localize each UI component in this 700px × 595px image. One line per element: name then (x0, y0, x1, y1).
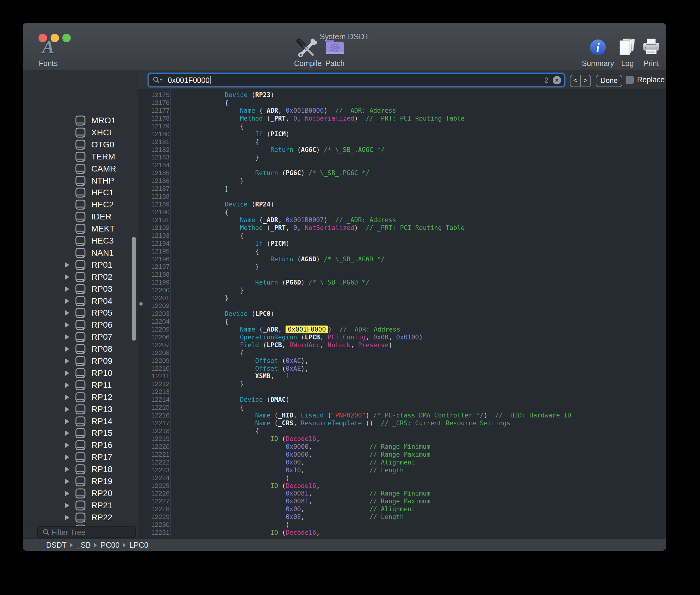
find-next-button[interactable]: > (581, 75, 590, 86)
disclosure-triangle-icon[interactable] (65, 455, 69, 460)
sidebar-item-IDER[interactable]: IDER (23, 211, 138, 223)
code-line[interactable]: 0x0000, // Range Minimum (194, 443, 430, 451)
sidebar-item-RP21[interactable]: RP21 (23, 500, 138, 511)
disclosure-triangle-icon[interactable] (65, 466, 69, 472)
sidebar-item-RP10[interactable]: RP10 (23, 367, 138, 379)
sidebar-item-RP03[interactable]: RP03 (23, 283, 138, 295)
sidebar-item-TERM[interactable]: TERM (23, 151, 138, 163)
sidebar-item-HEC1[interactable]: HEC1 (23, 187, 138, 199)
clear-search-button[interactable]: × (553, 76, 561, 84)
code-line[interactable]: Offset (0xAE), (194, 365, 308, 373)
disclosure-triangle-icon[interactable] (65, 334, 69, 340)
code-line[interactable]: Name (_ADR, 0x001B0007) // _ADR: Address (194, 216, 396, 224)
code-line[interactable]: 0x0000, // Range Maximum (194, 451, 430, 458)
disclosure-triangle-icon[interactable] (65, 419, 69, 424)
sidebar-item-MRO1[interactable]: MRO1 (23, 115, 138, 126)
code-line[interactable]: } (194, 294, 229, 302)
code-line[interactable]: { (194, 232, 244, 239)
code-line[interactable]: Device (RP23) (194, 91, 274, 99)
sidebar-item-NAN1[interactable]: NAN1 (23, 247, 138, 259)
sidebar-item-RP09[interactable]: RP09 (23, 355, 138, 367)
code-line[interactable]: } (194, 263, 259, 271)
sidebar-item-RP08[interactable]: RP08 (23, 343, 138, 355)
code-line[interactable]: { (194, 318, 229, 325)
disclosure-triangle-icon[interactable] (65, 370, 69, 376)
code-line[interactable]: Device (LPC0) (194, 310, 274, 318)
sidebar-item-XHCI[interactable]: XHCI (23, 126, 138, 139)
sidebar-item-RP12[interactable]: RP12 (23, 391, 138, 403)
code-line[interactable]: If (PICM) (194, 239, 290, 248)
code-line[interactable]: 0x03, // Length (194, 513, 404, 521)
code-line[interactable]: { (194, 427, 259, 435)
code-line[interactable]: Return (PG6C) /* \_SB_.PG6C */ (194, 169, 370, 177)
sidebar-item-RP16[interactable]: RP16 (23, 439, 138, 451)
sidebar-item-RP18[interactable]: RP18 (23, 463, 138, 475)
code-line[interactable]: Return (AG6D) /* \_SB_.AG6D */ (194, 255, 385, 263)
disclosure-triangle-icon[interactable] (65, 382, 69, 388)
code-line[interactable]: Return (AG6C) /* \_SB_.AG6C */ (194, 146, 385, 154)
code-line[interactable]: { (194, 138, 259, 146)
sidebar-item-RP22[interactable]: RP22 (23, 511, 138, 523)
sidebar-item-RP19[interactable]: RP19 (23, 475, 138, 487)
disclosure-triangle-icon[interactable] (65, 310, 69, 316)
breadcrumb-item-_SB[interactable]: _SB (77, 541, 91, 549)
code-line[interactable]: 0x0081, // Range Maximum (194, 497, 430, 505)
code-line[interactable]: Field (LPCB, DWordAcc, NoLock, Preserve) (194, 341, 393, 349)
code-line[interactable]: ) (194, 474, 290, 482)
disclosure-triangle-icon[interactable] (65, 406, 69, 412)
sidebar-item-MEKT[interactable]: MEKT (23, 223, 138, 235)
sidebar-item-RP07[interactable]: RP07 (23, 331, 138, 343)
sidebar-item-OTG0[interactable]: OTG0 (23, 139, 138, 151)
code-line[interactable]: { (194, 208, 229, 216)
disclosure-triangle-icon[interactable] (65, 443, 69, 448)
done-button[interactable]: Done (596, 75, 622, 87)
code-line[interactable]: { (194, 248, 259, 255)
sidebar-item-HEC3[interactable]: HEC3 (23, 235, 138, 247)
code-line[interactable]: If (PICM) (194, 130, 290, 138)
sidebar-item-RP13[interactable]: RP13 (23, 403, 138, 415)
code-line[interactable]: { (194, 99, 229, 107)
code-line[interactable]: Name (_HID, EisaId ("PNP0200") /* PC-cla… (194, 412, 571, 419)
disclosure-triangle-icon[interactable] (65, 430, 69, 436)
code-line[interactable]: Offset (0xAC), (194, 357, 308, 365)
fonts-button[interactable]: A Fonts (24, 23, 72, 70)
code-line[interactable]: } (194, 185, 229, 193)
code-line[interactable]: XSMB, 1 (194, 372, 290, 380)
disclosure-triangle-icon[interactable] (65, 395, 69, 400)
disclosure-triangle-icon[interactable] (65, 274, 69, 280)
code-line[interactable]: { (194, 404, 244, 412)
print-button[interactable]: Print (633, 23, 666, 70)
sidebar-item-RP01[interactable]: RP01 (23, 259, 138, 271)
disclosure-triangle-icon[interactable] (65, 515, 69, 520)
disclosure-triangle-icon[interactable] (65, 286, 69, 292)
code-line[interactable]: { (194, 349, 244, 357)
code-line[interactable]: 0x10, // Length (194, 466, 404, 474)
code-line[interactable]: Name (_ADR, 0x001F0000) // _ADR: Address (194, 325, 400, 333)
sidebar-scrollbar[interactable] (132, 237, 136, 341)
code-line[interactable]: OperationRegion (LPCB, PCI_Config, 0x00,… (194, 333, 423, 341)
sidebar-item-HEC2[interactable]: HEC2 (23, 199, 138, 211)
code-line[interactable]: Method (_PRT, 0, NotSerialized) // _PRT:… (194, 224, 465, 232)
disclosure-triangle-icon[interactable] (65, 359, 69, 364)
sidebar-item-RP20[interactable]: RP20 (23, 487, 138, 500)
code-line[interactable]: } (194, 177, 244, 185)
sidebar-item-RP11[interactable]: RP11 (23, 379, 138, 391)
code-line[interactable]: Return (PG6D) /* \_SB_.PG6D */ (194, 279, 370, 286)
code-line[interactable]: } (194, 380, 244, 388)
disclosure-triangle-icon[interactable] (65, 503, 69, 508)
code-line[interactable]: ) (194, 521, 290, 529)
code-line[interactable]: { (194, 122, 244, 130)
sidebar-item-NTHP[interactable]: NTHP (23, 175, 138, 187)
code-line[interactable]: Device (RP24) (194, 200, 274, 208)
disclosure-triangle-icon[interactable] (65, 322, 69, 328)
sidebar-item-RP04[interactable]: RP04 (23, 295, 138, 307)
filter-tree-field[interactable] (37, 526, 136, 538)
filter-tree-input[interactable] (51, 527, 133, 537)
sidebar-item-RP05[interactable]: RP05 (23, 307, 138, 319)
sidebar-item-RP17[interactable]: RP17 (23, 451, 138, 463)
sidebar-item-CAMR[interactable]: CAMR (23, 163, 138, 175)
breadcrumb-item-PC00[interactable]: PC00 (101, 541, 120, 549)
disclosure-triangle-icon[interactable] (65, 346, 69, 352)
code-line[interactable]: Name (_CRS, ResourceTemplate () // _CRS:… (194, 419, 510, 427)
sidebar-item-RP06[interactable]: RP06 (23, 319, 138, 331)
